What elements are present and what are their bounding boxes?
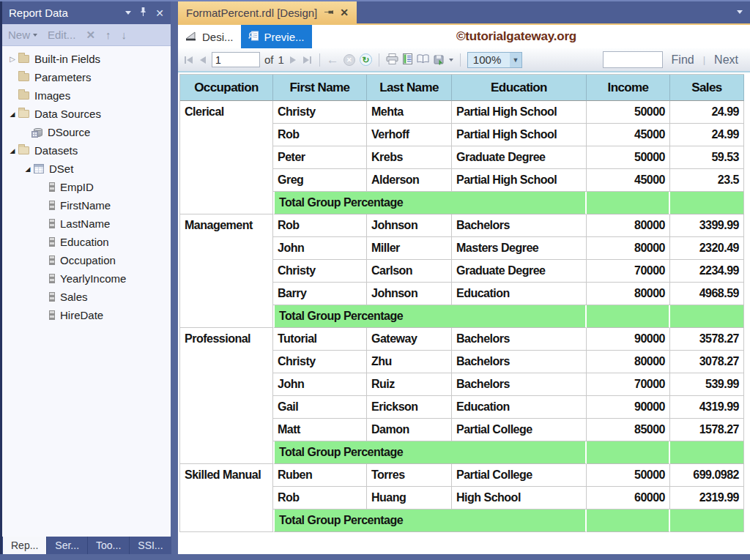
last-page-button[interactable] (302, 55, 313, 65)
cell-income: 50000 (587, 101, 670, 124)
chevron-expanded-icon[interactable]: ◢ (7, 111, 18, 118)
zoom-dropdown-icon[interactable]: ▼ (510, 53, 521, 67)
preview-icon (248, 31, 259, 43)
export-button[interactable] (434, 55, 453, 65)
zoom-select[interactable]: 100% ▼ (467, 52, 522, 68)
chevron-collapsed-icon[interactable]: ▷ (7, 55, 18, 63)
edit-button[interactable]: Edit... (48, 29, 75, 41)
chevron-expanded-icon[interactable]: ◢ (7, 147, 18, 154)
find-next-button[interactable]: Next (710, 53, 743, 67)
panel-menu-icon[interactable] (125, 11, 131, 15)
cell-income: 60000 (587, 487, 670, 509)
design-tab-label: Desi... (202, 31, 234, 43)
cell-first-name: Peter (273, 146, 367, 169)
page-number-input[interactable] (212, 52, 260, 67)
report-data-tree: ▷Built-in FieldsParametersImages◢Data So… (2, 46, 171, 537)
print-layout-button[interactable] (403, 53, 412, 67)
cell-first-name: Rob (273, 487, 367, 509)
folder-open-icon (18, 146, 29, 154)
document-tab[interactable]: FormatPercent.rdl [Design] ✕ (178, 1, 357, 23)
cell-last-name: Alderson (367, 169, 452, 192)
cell-last-name: Mehta (367, 101, 452, 124)
tree-item-education[interactable]: Education (2, 233, 171, 251)
tree-item-label: YearlyIncome (60, 272, 126, 285)
move-down-button[interactable]: ↓ (121, 29, 127, 41)
tree-item-dset[interactable]: ◢DSet (2, 160, 171, 178)
tree-item-datasets[interactable]: ◢Datasets (2, 141, 171, 160)
cell-education: Graduate Degree (452, 260, 587, 283)
tree-item-occupation[interactable]: Occupation (2, 251, 171, 269)
print-button[interactable] (386, 53, 398, 67)
tab-pin-icon[interactable] (324, 7, 333, 19)
tab-close-icon[interactable]: ✕ (340, 7, 349, 18)
tree-item-firstname[interactable]: FirstName (2, 196, 171, 214)
new-button[interactable]: New (8, 29, 37, 41)
cell-sales: 24.99 (670, 101, 744, 124)
cell-sales: 4968.59 (670, 283, 744, 305)
find-button[interactable]: Find (667, 53, 699, 67)
tree-item-yearlyincome[interactable]: YearlyIncome (2, 269, 171, 288)
tab-preview[interactable]: Previe... (241, 25, 312, 48)
stop-button[interactable]: ✕ (344, 54, 355, 66)
panel-tab-too[interactable]: Too... (88, 537, 129, 554)
document-area: FormatPercent.rdl [Design] ✕ Desi... Pre… (178, 1, 750, 554)
panel-title-bar: Report Data ✕ (2, 1, 171, 24)
cell-sales: 24.99 (670, 124, 744, 146)
tree-item-label: Parameters (34, 71, 92, 83)
tab-design[interactable]: Desi... (178, 25, 241, 48)
first-page-button[interactable] (183, 55, 194, 65)
field-icon (49, 182, 55, 192)
tree-item-dsource[interactable]: DSource (2, 123, 171, 141)
cell-last-name: Gateway (367, 328, 452, 351)
panel-tab-ssi[interactable]: SSI... (130, 537, 171, 554)
cell-first-name: Greg (273, 169, 367, 192)
previous-page-button[interactable] (198, 55, 207, 65)
cell-education: Education (452, 283, 587, 305)
move-up-button[interactable]: ↑ (105, 29, 111, 41)
report-viewport: OccupationFirst NameLast NameEducationIn… (178, 72, 750, 554)
panel-pin-icon[interactable] (139, 7, 147, 20)
tree-item-data-sources[interactable]: ◢Data Sources (2, 105, 171, 123)
panel-tab-rep[interactable]: Rep... (3, 537, 46, 554)
view-tab-strip: Desi... Previe... ©tutorialgateway.org (178, 25, 750, 48)
panel-toolbar: New Edit... ✕ ↑ ↓ (2, 24, 171, 46)
tree-item-label: Data Sources (34, 108, 101, 120)
panel-bottom-tabs: Rep...Ser...Too...SSI... (2, 537, 171, 554)
total-group-percentage-cell: Total Group Percentage (273, 305, 587, 328)
preview-tab-label: Previe... (264, 31, 305, 43)
tree-item-hiredate[interactable]: HireDate (2, 306, 171, 324)
next-page-button[interactable] (289, 55, 297, 65)
cell-income: 70000 (587, 373, 670, 396)
cell-education: Bachelors (452, 373, 587, 396)
toolbar-separator (319, 53, 320, 67)
tree-item-images[interactable]: Images (2, 86, 171, 105)
tree-item-empid[interactable]: EmpID (2, 178, 171, 196)
total-income-cell (587, 305, 670, 328)
field-icon (49, 219, 55, 228)
tree-item-label: Images (34, 89, 70, 102)
total-group-percentage-cell: Total Group Percentage (273, 509, 587, 532)
total-group-percentage-cell: Total Group Percentage (273, 192, 587, 214)
document-well-dropdown-icon[interactable] (737, 10, 743, 14)
find-input[interactable] (603, 51, 663, 68)
panel-tab-ser[interactable]: Ser... (47, 537, 87, 554)
field-icon (49, 255, 55, 265)
panel-close-icon[interactable]: ✕ (155, 8, 164, 18)
app-window: Report Data ✕ New Edit... ✕ ↑ ↓ ▷Built-i… (0, 0, 750, 560)
group-cell-occupation: Professional (180, 328, 273, 464)
cell-education: Partial High School (452, 169, 587, 192)
cell-last-name: Ruiz (367, 373, 452, 396)
cell-income: 90000 (587, 328, 670, 351)
tree-item-lastname[interactable]: LastName (2, 214, 171, 233)
back-button[interactable]: ← (327, 53, 339, 66)
cell-sales: 23.5 (670, 169, 744, 192)
chevron-expanded-icon[interactable]: ◢ (22, 165, 34, 173)
refresh-button[interactable]: ↻ (360, 53, 372, 66)
tree-item-sales[interactable]: Sales (2, 288, 171, 306)
cell-last-name: Miller (367, 237, 452, 260)
page-setup-button[interactable] (417, 53, 429, 66)
tree-item-built-in-fields[interactable]: ▷Built-in Fields (2, 50, 171, 68)
folder-open-icon (18, 110, 29, 118)
delete-button[interactable]: ✕ (86, 29, 95, 42)
tree-item-parameters[interactable]: Parameters (2, 68, 171, 86)
